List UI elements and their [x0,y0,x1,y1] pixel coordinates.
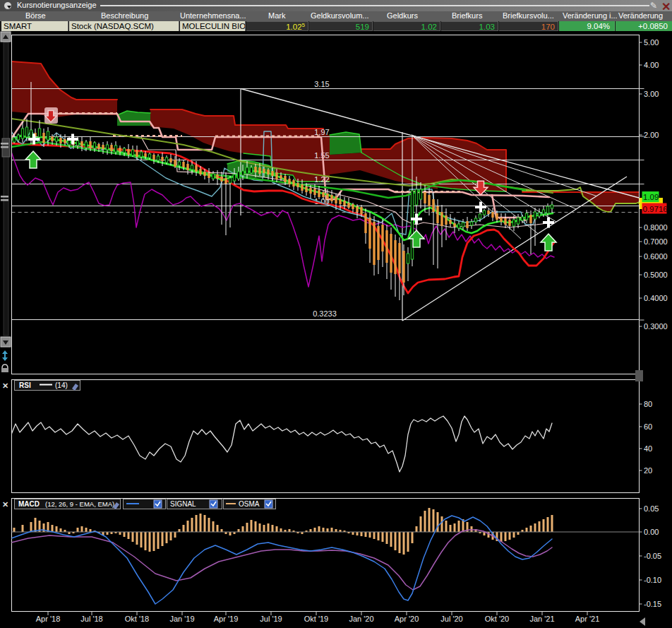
svg-text:0.5000: 0.5000 [644,271,668,279]
svg-text:Jul '18: Jul '18 [80,615,102,623]
svg-text:1.97: 1.97 [314,128,329,136]
svg-text:0.9716: 0.9716 [643,205,668,213]
svg-text:-0.05: -0.05 [644,552,661,560]
svg-text:80: 80 [644,400,652,408]
svg-text:40: 40 [644,444,652,453]
svg-text:✕: ✕ [2,381,8,390]
svg-text:Okt '18: Okt '18 [125,615,150,623]
svg-text:60: 60 [644,422,652,431]
svg-text:0.05: 0.05 [644,504,659,513]
svg-text:0.7000: 0.7000 [644,237,668,246]
svg-text:3.15: 3.15 [314,80,329,88]
svg-text:Jan '19: Jan '19 [169,615,194,623]
svg-text:-0.10: -0.10 [644,576,661,584]
svg-text:✕: ✕ [2,500,8,509]
svg-text:20: 20 [644,466,652,475]
svg-text:3.00: 3.00 [644,90,659,98]
svg-text:Jul '20: Jul '20 [440,615,462,623]
svg-text:1.09: 1.09 [643,193,659,201]
svg-text:Apr '18: Apr '18 [36,615,61,623]
svg-text:Apr '19: Apr '19 [214,615,239,623]
svg-text:OSMA: OSMA [239,500,260,508]
svg-text:2.00: 2.00 [644,131,659,139]
svg-text:0.3000: 0.3000 [644,322,668,331]
svg-text:0.6000: 0.6000 [644,252,668,261]
svg-text:0.3233: 0.3233 [313,309,337,318]
svg-text:RSI: RSI [19,381,31,389]
svg-text:Jan '21: Jan '21 [529,615,554,623]
svg-text:4.00: 4.00 [644,61,659,69]
svg-text:5.00: 5.00 [644,38,659,47]
svg-text:0.00: 0.00 [644,528,659,536]
svg-text:SIGNAL: SIGNAL [170,500,196,508]
svg-text:Jan '20: Jan '20 [349,615,373,623]
svg-text:-0.15: -0.15 [644,600,661,608]
svg-text:Apr '20: Apr '20 [395,615,419,623]
svg-text:Okt '19: Okt '19 [304,615,329,623]
svg-text:MACD: MACD [18,500,40,508]
svg-text:(12, 26, 9 - EMA, EMA): (12, 26, 9 - EMA, EMA) [45,500,114,508]
svg-text:Okt '20: Okt '20 [485,615,510,623]
svg-text:Apr '21: Apr '21 [575,615,600,623]
svg-text:Jul '19: Jul '19 [260,615,282,623]
svg-text:0.8000: 0.8000 [644,223,668,232]
svg-text:(14): (14) [55,381,68,389]
svg-text:0.4000: 0.4000 [644,294,668,302]
